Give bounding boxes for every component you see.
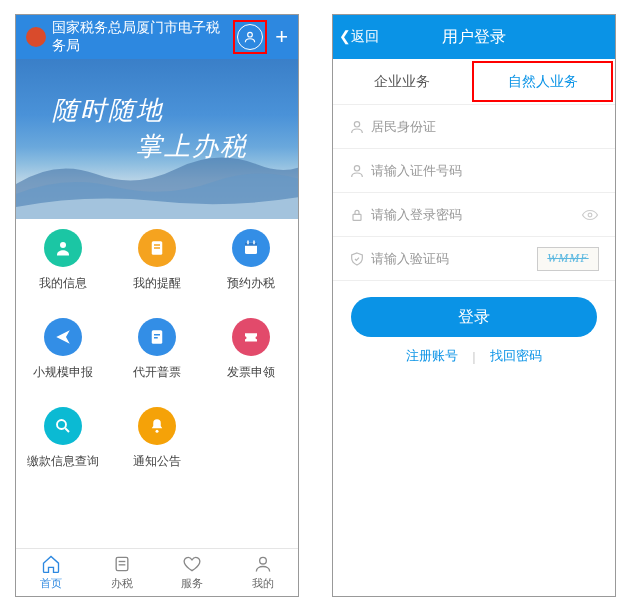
- home-icon: [41, 554, 61, 574]
- grid-label: 缴款信息查询: [27, 453, 99, 470]
- svg-rect-3: [154, 244, 160, 246]
- app-header: 国家税务总局厦门市电子税务局 +: [16, 15, 298, 59]
- grid-item-notice[interactable]: 通知公告: [110, 407, 204, 470]
- bell-icon: [138, 407, 176, 445]
- password-row[interactable]: 请输入登录密码: [333, 193, 615, 237]
- svg-point-18: [259, 557, 266, 564]
- list-icon: [112, 554, 132, 574]
- back-button[interactable]: ❮返回: [339, 28, 379, 46]
- svg-point-12: [57, 420, 66, 429]
- grid-item-small-scale[interactable]: 小规模申报: [16, 318, 110, 381]
- nav-label: 首页: [40, 576, 62, 591]
- person-icon: [44, 229, 82, 267]
- nav-label: 办税: [111, 576, 133, 591]
- banner: 随时随地 掌上办税: [16, 59, 298, 219]
- grid-label: 我的提醒: [133, 275, 181, 292]
- grid-item-my-info[interactable]: 我的信息: [16, 229, 110, 292]
- login-form: 居民身份证 请输入证件号码 请输入登录密码 请输入验证码 WMMF: [333, 105, 615, 281]
- app-title: 国家税务总局厦门市电子税务局: [52, 19, 233, 55]
- svg-rect-7: [247, 241, 249, 245]
- grid-item-my-reminder[interactable]: 我的提醒: [110, 229, 204, 292]
- id-type-row[interactable]: 居民身份证: [333, 105, 615, 149]
- ticket-icon: [232, 318, 270, 356]
- grid-item-appointment[interactable]: 预约办税: [204, 229, 298, 292]
- svg-rect-21: [353, 214, 361, 220]
- lock-icon: [349, 207, 371, 223]
- login-header: ❮返回 用户登录: [333, 15, 615, 59]
- nav-tax[interactable]: 办税: [87, 549, 158, 596]
- plus-icon[interactable]: +: [275, 24, 288, 50]
- nav-service[interactable]: 服务: [157, 549, 228, 596]
- login-tabs: 企业业务 自然人业务: [333, 59, 615, 105]
- id-number-row[interactable]: 请输入证件号码: [333, 149, 615, 193]
- grid-item-payment-query[interactable]: 缴款信息查询: [16, 407, 110, 470]
- tab-enterprise[interactable]: 企业业务: [333, 59, 470, 104]
- grid-label: 我的信息: [39, 275, 87, 292]
- grid-label: 发票申领: [227, 364, 275, 381]
- emblem-icon: [26, 27, 46, 47]
- svg-point-14: [155, 430, 158, 433]
- captcha-row[interactable]: 请输入验证码 WMMF: [333, 237, 615, 281]
- svg-point-1: [60, 242, 66, 248]
- send-icon: [44, 318, 82, 356]
- search-icon: [44, 407, 82, 445]
- banner-line1: 随时随地: [52, 93, 164, 128]
- find-password-link[interactable]: 找回密码: [490, 347, 542, 365]
- svg-rect-15: [116, 557, 128, 570]
- svg-point-19: [354, 121, 359, 126]
- calendar-icon: [232, 229, 270, 267]
- id-number-placeholder: 请输入证件号码: [371, 162, 599, 180]
- svg-rect-11: [154, 337, 158, 339]
- grid-item-invoice-issue[interactable]: 代开普票: [110, 318, 204, 381]
- mountain-graphic: [16, 139, 299, 219]
- grid-item-invoice-apply[interactable]: 发票申领: [204, 318, 298, 381]
- login-title: 用户登录: [442, 27, 506, 48]
- captcha-placeholder: 请输入验证码: [371, 250, 537, 268]
- svg-point-22: [588, 213, 592, 217]
- nav-label: 服务: [181, 576, 203, 591]
- shield-icon: [349, 251, 371, 267]
- person-icon: [349, 119, 371, 135]
- svg-line-13: [65, 428, 69, 432]
- phone-login: ❮返回 用户登录 企业业务 自然人业务 居民身份证 请输入证件号码 请输入登录密…: [332, 14, 616, 597]
- user-icon[interactable]: [237, 24, 263, 50]
- person-icon: [349, 163, 371, 179]
- nav-mine[interactable]: 我的: [228, 549, 299, 596]
- divider: |: [472, 349, 475, 364]
- svg-rect-6: [245, 243, 257, 246]
- svg-point-20: [354, 165, 359, 170]
- login-button[interactable]: 登录: [351, 297, 597, 337]
- id-type-value: 居民身份证: [371, 118, 599, 136]
- note-icon: [138, 229, 176, 267]
- grid-label: 小规模申报: [33, 364, 93, 381]
- nav-home[interactable]: 首页: [16, 549, 87, 596]
- svg-rect-8: [253, 241, 255, 245]
- nav-label: 我的: [252, 576, 274, 591]
- svg-rect-4: [154, 247, 160, 249]
- grid-label: 代开普票: [133, 364, 181, 381]
- captcha-image[interactable]: WMMF: [537, 247, 599, 271]
- tab-individual[interactable]: 自然人业务: [472, 61, 613, 102]
- doc-icon: [138, 318, 176, 356]
- svg-point-0: [248, 32, 253, 37]
- heart-icon: [182, 554, 202, 574]
- grid-label: 通知公告: [133, 453, 181, 470]
- register-link[interactable]: 注册账号: [406, 347, 458, 365]
- grid-label: 预约办税: [227, 275, 275, 292]
- eye-icon[interactable]: [581, 206, 599, 224]
- login-links: 注册账号 | 找回密码: [333, 347, 615, 365]
- bottom-nav: 首页 办税 服务 我的: [16, 548, 298, 596]
- svg-rect-10: [154, 334, 160, 336]
- person-icon: [253, 554, 273, 574]
- password-placeholder: 请输入登录密码: [371, 206, 581, 224]
- menu-grid: 我的信息 我的提醒 预约办税 小规模申报 代开普票 发票申领 缴款信息查询 通: [16, 219, 298, 496]
- phone-home: 国家税务总局厦门市电子税务局 + 随时随地 掌上办税 我的信息 我的提醒 预约办…: [15, 14, 299, 597]
- user-icon-highlight: [233, 20, 267, 54]
